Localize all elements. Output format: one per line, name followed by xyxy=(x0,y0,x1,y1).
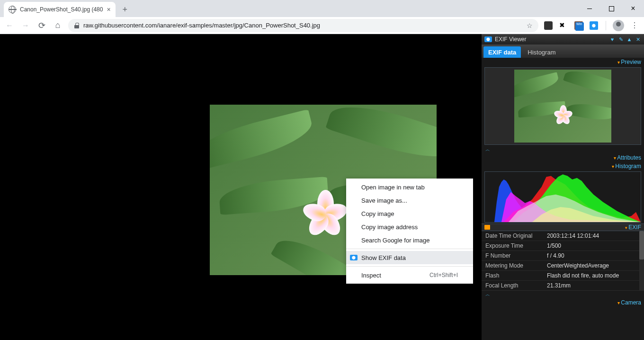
exif-value: CenterWeightedAverage xyxy=(543,261,644,271)
exif-key: Focal Length xyxy=(482,281,543,291)
panel-action-heart-icon[interactable]: ♥ xyxy=(609,36,616,43)
collapse-chevron-icon[interactable]: ︿ xyxy=(482,146,644,153)
extension-icon-2[interactable]: ✖ xyxy=(558,20,569,31)
panel-header: ⬤ EXIF Viewer ♥ ✎ ▲ ✕ xyxy=(482,34,644,45)
back-button[interactable] xyxy=(4,20,15,31)
exif-row: F Numberf / 4.90 xyxy=(482,251,644,261)
window-controls: × xyxy=(579,0,644,17)
url-bar[interactable]: raw.githubusercontent.com/ianare/exif-sa… xyxy=(68,19,538,32)
close-button[interactable]: × xyxy=(622,0,644,17)
ctx-save-as[interactable]: Save image as... xyxy=(346,194,473,207)
exif-key: Exposure Time xyxy=(482,241,543,251)
extension-icon-1[interactable] xyxy=(543,20,554,31)
home-button[interactable] xyxy=(52,20,63,31)
histogram-chart xyxy=(484,171,641,223)
new-tab-button[interactable]: + xyxy=(118,3,132,16)
ctx-show-exif[interactable]: ⬤ Show EXIF data xyxy=(346,251,473,264)
exif-panel: ⬤ EXIF Viewer ♥ ✎ ▲ ✕ EXIF data Histogra… xyxy=(482,34,644,340)
content-area: Open image in new tab Save image as... C… xyxy=(0,34,644,340)
collapse-chevron-icon[interactable]: ︿ xyxy=(482,291,644,298)
ctx-label: Save image as... xyxy=(361,197,407,204)
bookmark-star-icon[interactable]: ☆ xyxy=(527,22,533,29)
ctx-separator xyxy=(346,266,473,267)
context-menu: Open image in new tab Save image as... C… xyxy=(346,179,473,284)
tab-title: Canon_PowerShot_S40.jpg (480 xyxy=(20,6,103,13)
globe-icon xyxy=(9,6,16,13)
ctx-label: Inspect xyxy=(361,272,381,279)
exif-value: Flash did not fire, auto mode xyxy=(543,271,644,281)
section-exif[interactable]: EXIF xyxy=(482,224,644,231)
profile-avatar[interactable] xyxy=(613,20,624,31)
ctx-open-new-tab[interactable]: Open image in new tab xyxy=(346,180,473,194)
exif-value: 21.31mm xyxy=(543,281,644,291)
panel-icon: ⬤ xyxy=(484,36,492,42)
exif-key: Flash xyxy=(482,271,543,281)
tab-exif-data[interactable]: EXIF data xyxy=(483,46,521,58)
ctx-copy-image[interactable]: Copy image xyxy=(346,207,473,220)
reload-button[interactable] xyxy=(36,20,47,31)
section-camera[interactable]: Camera xyxy=(482,298,644,307)
exif-row: Metering ModeCenterWeightedAverage xyxy=(482,261,644,271)
browser-titlebar: Canon_PowerShot_S40.jpg (480 × + × xyxy=(0,0,644,17)
exif-key: F Number xyxy=(482,251,543,261)
exif-row: FlashFlash did not fire, auto mode xyxy=(482,271,644,281)
browser-tab[interactable]: Canon_PowerShot_S40.jpg (480 × xyxy=(4,2,116,17)
maximize-button[interactable] xyxy=(600,0,622,17)
panel-action-close-icon[interactable]: ✕ xyxy=(635,36,641,43)
exif-row: Focal Length21.31mm xyxy=(482,281,644,291)
section-preview[interactable]: Preview xyxy=(482,58,644,66)
exif-table: Date Time Original2003:12:14 12:01:44Exp… xyxy=(482,231,644,291)
separator xyxy=(606,21,606,30)
exif-key: Metering Mode xyxy=(482,261,543,271)
minimize-button[interactable] xyxy=(579,0,600,17)
exif-value: f / 4.90 xyxy=(543,251,644,261)
section-attributes[interactable]: Attributes xyxy=(482,153,644,162)
ctx-copy-address[interactable]: Copy image address xyxy=(346,220,473,233)
ctx-label: Search Google for image xyxy=(361,237,430,244)
panel-title: EXIF Viewer xyxy=(495,36,526,43)
ctx-shortcut: Ctrl+Shift+I xyxy=(429,272,458,278)
ctx-separator xyxy=(346,249,473,249)
ctx-label: Open image in new tab xyxy=(361,184,425,191)
preview-thumbnail xyxy=(484,67,641,145)
tab-histogram[interactable]: Histogram xyxy=(523,46,560,58)
ctx-inspect[interactable]: Inspect Ctrl+Shift+I xyxy=(346,268,473,282)
exif-extension-icon[interactable]: ⬤ xyxy=(589,20,599,31)
exif-row: Exposure Time1/500 xyxy=(482,241,644,251)
ctx-label: Copy image address xyxy=(361,224,418,231)
browser-menu-icon[interactable]: ⋮ xyxy=(629,21,640,30)
ctx-search-google[interactable]: Search Google for image xyxy=(346,233,473,247)
ctx-label: Show EXIF data xyxy=(361,254,406,261)
exif-value: 1/500 xyxy=(543,241,644,251)
url-text: raw.githubusercontent.com/ianare/exif-sa… xyxy=(83,22,320,29)
exif-section-icon xyxy=(484,225,490,230)
panel-action-warning-icon[interactable]: ▲ xyxy=(626,36,633,43)
scrollbar[interactable] xyxy=(639,231,644,291)
extension-icon-3[interactable]: Win xyxy=(573,20,584,31)
exif-icon: ⬤ xyxy=(350,255,358,260)
scrollbar-thumb[interactable] xyxy=(639,231,644,259)
browser-toolbar: raw.githubusercontent.com/ianare/exif-sa… xyxy=(0,17,644,34)
exif-key: Date Time Original xyxy=(482,231,543,241)
tab-close-icon[interactable]: × xyxy=(107,6,110,13)
lock-icon xyxy=(74,23,80,28)
panel-action-pencil-icon[interactable]: ✎ xyxy=(617,36,624,43)
forward-button[interactable] xyxy=(20,20,31,31)
section-histogram[interactable]: Histogram xyxy=(482,162,644,170)
exif-row: Date Time Original2003:12:14 12:01:44 xyxy=(482,231,644,241)
panel-tabs: EXIF data Histogram xyxy=(482,45,644,58)
exif-value: 2003:12:14 12:01:44 xyxy=(543,231,644,241)
image-viewer: Open image in new tab Save image as... C… xyxy=(0,34,482,340)
ctx-label: Copy image xyxy=(361,210,394,217)
